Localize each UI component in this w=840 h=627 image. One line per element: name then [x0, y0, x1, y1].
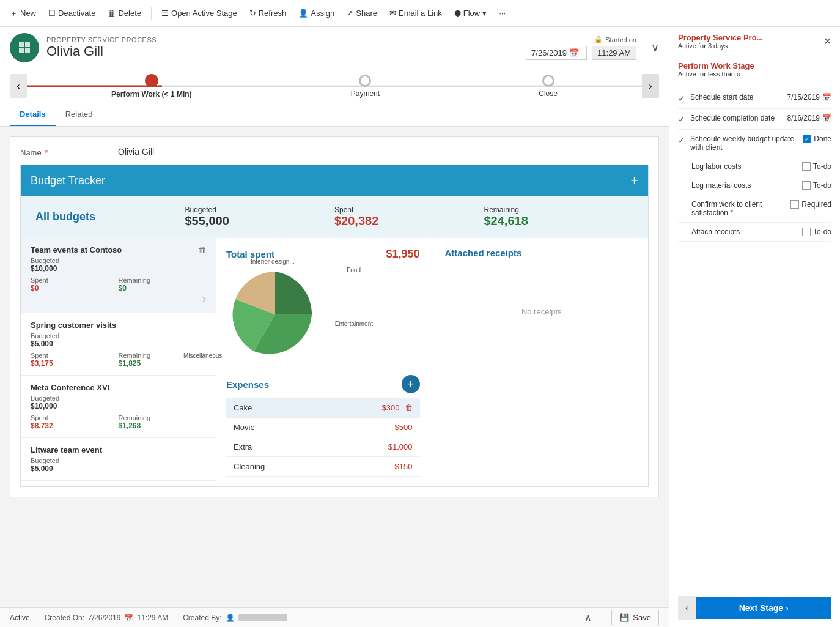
sidebar-process-title[interactable]: Property Service Pro...	[678, 33, 763, 42]
checkbox-todo-6[interactable]	[802, 228, 811, 236]
header-collapse-button[interactable]: ∨	[651, 41, 659, 54]
budget-stat-remaining: Remaining $24,618	[484, 206, 634, 228]
list-item[interactable]: Litware team event Budgeted $5,000	[21, 438, 216, 481]
expenses-header: Expenses +	[226, 375, 420, 393]
check-icon-2: ✓	[678, 135, 685, 145]
expense-row[interactable]: Cleaning $150	[226, 457, 420, 477]
assign-button[interactable]: 👤 Assign	[293, 6, 339, 20]
pie-chart	[226, 265, 324, 363]
budget-title: Budget Tracker	[31, 174, 105, 187]
stage-prev-button[interactable]: ‹	[10, 74, 27, 98]
delete-button[interactable]: 🗑 Delete	[103, 6, 146, 20]
checklist-item: ✓ Schedule weekly budget update with cli…	[678, 130, 831, 157]
calendar-icon-status: 📅	[124, 614, 133, 622]
expense-amount-1: $500	[395, 423, 413, 432]
name-value[interactable]: Olivia Gill	[118, 147, 154, 157]
list-item[interactable]: Team events at Contoso 🗑 Budgeted $10,00…	[21, 238, 216, 313]
expand-button[interactable]: ∧	[580, 609, 597, 626]
stage-payment-label: Payment	[351, 89, 380, 98]
record-header: PROPERTY SERVICE PROCESS Olivia Gill 🔒 S…	[0, 27, 669, 69]
share-button[interactable]: ↗ Share	[342, 6, 382, 20]
checkbox-done-2[interactable]: ✓	[803, 135, 811, 143]
started-on-label: 🔒 Started on	[594, 35, 636, 43]
date-input[interactable]: 7/26/2019 📅	[526, 46, 587, 60]
stage-circle-close	[542, 75, 554, 87]
required-star: *	[730, 209, 733, 217]
sidebar-close-button[interactable]: ✕	[823, 35, 831, 47]
refresh-icon: ↻	[249, 9, 256, 18]
stage-bar: ‹ Perform Work (< 1 Min) Payment Clo	[0, 69, 669, 103]
expense-name-0: Cake	[234, 403, 252, 412]
total-spent-value: $1,950	[386, 248, 419, 261]
pie-chart-area: Food Entertainment Miscellaneous Interio…	[226, 265, 420, 365]
budget-stat-budgeted: Budgeted $55,000	[185, 206, 335, 228]
checkbox-todo-3[interactable]	[802, 162, 811, 171]
stage-back-button[interactable]: ‹	[678, 596, 696, 620]
stage-next-button[interactable]: ›	[642, 74, 659, 98]
right-sidebar: Property Service Pro... Active for 3 day…	[669, 27, 840, 627]
pie-chart-container: Food Entertainment Miscellaneous Interio…	[226, 265, 324, 365]
check-icon-1: ✓	[678, 114, 685, 124]
all-budgets-label: All budgets	[35, 210, 185, 223]
budgeted-value: $55,000	[185, 214, 335, 228]
expense-delete-0[interactable]: 🗑	[405, 403, 413, 412]
content-scroll: Name * Olivia Gill Budget Tracker + All …	[0, 127, 669, 607]
refresh-button[interactable]: ↻ Refresh	[245, 6, 292, 20]
list-item[interactable]: Spring customer visits Budgeted $5,000 S…	[21, 313, 216, 376]
add-expense-button[interactable]: +	[402, 375, 420, 393]
next-stage-button[interactable]: Next Stage ›	[696, 597, 831, 619]
expense-row[interactable]: Extra $1,000	[226, 437, 420, 457]
checklist-item: ✓ Schedule completion date 8/16/2019 📅	[678, 109, 831, 130]
stage-circle-payment	[359, 75, 371, 87]
next-stage-container: ‹ Next Stage ›	[678, 596, 831, 620]
checkbox-required-5[interactable]	[790, 200, 799, 209]
open-active-stage-icon: ☰	[161, 9, 169, 18]
budget-right-panel: Total spent $1,950	[216, 238, 648, 486]
time-input[interactable]: 11:29 AM	[592, 46, 636, 60]
budget-stat-spent: Spent $20,382	[334, 206, 484, 228]
budget-item-delete-0[interactable]: 🗑	[198, 245, 206, 254]
tab-details[interactable]: Details	[10, 103, 56, 126]
budget-add-button[interactable]: +	[630, 173, 638, 188]
new-button[interactable]: ＋ New	[5, 6, 41, 21]
budgeted-label: Budgeted	[185, 206, 335, 214]
more-button[interactable]: ···	[494, 6, 510, 20]
stage-payment[interactable]: Payment	[351, 75, 380, 98]
pie-label-entertainment: Entertainment	[335, 321, 373, 327]
stage-close[interactable]: Close	[539, 75, 558, 98]
open-active-stage-button[interactable]: ☰ Open Active Stage	[157, 6, 242, 20]
flow-button[interactable]: ⬢ Flow ▾	[449, 6, 492, 20]
email-a-link-button[interactable]: ✉ Email a Link	[385, 6, 447, 20]
user-icon: 👤	[226, 614, 235, 622]
share-icon: ↗	[347, 9, 353, 18]
stage-perform-work-label: Perform Work (< 1 Min)	[111, 90, 191, 98]
flow-icon: ⬢	[454, 9, 461, 18]
date-fields: 7/26/2019 📅 11:29 AM	[526, 46, 636, 60]
pie-label-interior: Interior design...	[251, 258, 295, 265]
tab-related[interactable]: Related	[56, 103, 103, 126]
save-button[interactable]: 💾 Save	[611, 610, 659, 625]
stages-nodes: Perform Work (< 1 Min) Payment Close	[32, 74, 637, 98]
stage-perform-work[interactable]: Perform Work (< 1 Min)	[111, 74, 191, 98]
budget-body: Team events at Contoso 🗑 Budgeted $10,00…	[21, 238, 648, 486]
budget-summary: All budgets Budgeted $55,000 Spent $20,3…	[21, 196, 648, 238]
name-label: Name *	[20, 147, 118, 157]
next-stage-chevron-icon: ›	[786, 603, 789, 613]
sidebar-stage-title: Perform Work Stage	[678, 61, 831, 70]
record-info: PROPERTY SERVICE PROCESS Olivia Gill	[46, 36, 518, 59]
process-label: PROPERTY SERVICE PROCESS	[46, 36, 518, 43]
expense-row[interactable]: Movie $500	[226, 418, 420, 437]
expense-name-1: Movie	[234, 423, 255, 432]
checklist-item: Attach receipts To-do	[678, 223, 831, 242]
list-item[interactable]: Meta Conference XVI Budgeted $10,000 Spe…	[21, 376, 216, 438]
budget-header: Budget Tracker +	[21, 165, 648, 196]
checkbox-todo-4[interactable]	[802, 181, 811, 190]
main-layout: PROPERTY SERVICE PROCESS Olivia Gill 🔒 S…	[0, 27, 840, 627]
calendar-icon: 📅	[569, 48, 579, 58]
deactivate-button[interactable]: ☐ Deactivate	[43, 6, 100, 20]
flow-chevron-icon: ▾	[482, 9, 487, 18]
field-row-name: Name * Olivia Gill	[20, 147, 649, 157]
expense-row[interactable]: Cake $300 🗑	[226, 398, 420, 418]
pie-label-food: Food	[347, 267, 361, 273]
receipts-section: Attached receipts No receipts	[435, 248, 639, 477]
